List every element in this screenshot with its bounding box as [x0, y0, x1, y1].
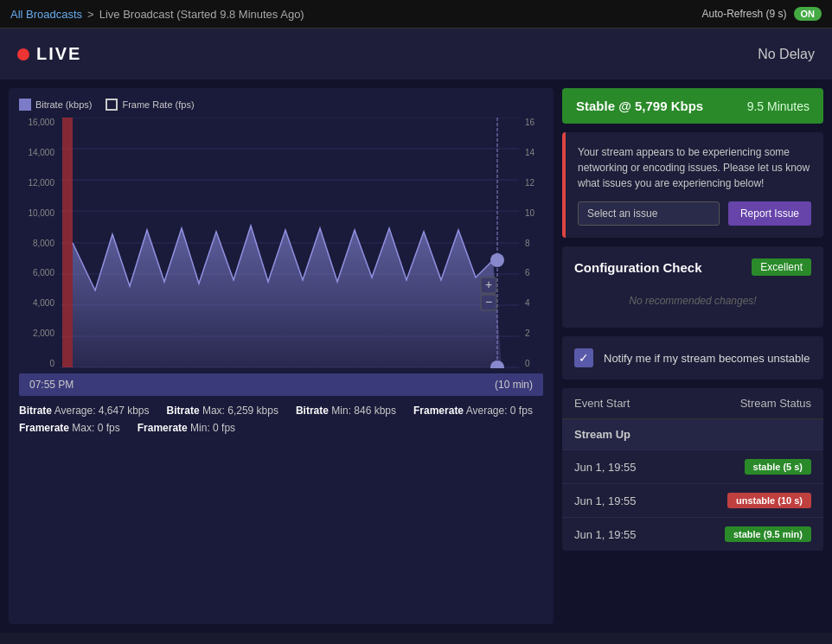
status-badge-2: unstable (10 s): [727, 493, 811, 508]
y-axis-left: 16,000 14,000 12,000 10,000 8,000 6,000 …: [19, 118, 58, 368]
stream-event-3: Jun 1, 19:55: [574, 528, 637, 541]
delay-label: No Delay: [758, 47, 815, 62]
config-header: Configuration Check Excellent: [574, 258, 811, 276]
breadcrumb-all-broadcasts[interactable]: All Broadcasts: [10, 8, 82, 21]
stream-table-status-header: Stream Status: [740, 397, 811, 410]
stable-title: Stable @ 5,799 Kbps: [576, 99, 703, 113]
top-bar: All Broadcasts > Live Broadcast (Started…: [0, 0, 832, 29]
issue-description: Your stream appears to be experiencing s…: [578, 144, 811, 191]
stat-framerate-min: Framerate Min: 0 fps: [138, 422, 235, 434]
live-label: LIVE: [36, 44, 81, 64]
right-panel: Stable @ 5,799 Kbps 9.5 Minutes Your str…: [554, 88, 823, 624]
stream-event-1: Jun 1, 19:55: [574, 461, 637, 474]
main-content: Bitrate (kbps) Frame Rate (fps) 16,000 1…: [0, 80, 832, 633]
legend-framerate: Frame Rate (fps): [106, 99, 194, 111]
bitrate-legend-icon: [19, 99, 31, 111]
breadcrumb-current: Live Broadcast (Started 9.8 Minutes Ago): [99, 8, 304, 21]
chart-time-label: 07:55 PM: [29, 379, 74, 391]
notify-checkbox[interactable]: [574, 348, 593, 367]
svg-rect-9: [62, 118, 73, 367]
svg-point-11: [490, 253, 504, 267]
auto-refresh-label: Auto-Refresh (9 s): [701, 8, 786, 20]
issue-select[interactable]: Select an issue Dropped frames Connectio…: [578, 201, 720, 226]
chart-svg: + −: [58, 118, 522, 368]
stable-time: 9.5 Minutes: [747, 99, 810, 113]
status-badge-3: stable (9.5 min): [725, 526, 811, 542]
stat-bitrate-min: Bitrate Min: 846 kbps: [296, 405, 396, 417]
bitrate-legend-label: Bitrate (kbps): [35, 99, 92, 110]
issue-card: Your stream appears to be experiencing s…: [562, 132, 823, 238]
auto-refresh-toggle[interactable]: ON: [794, 7, 822, 21]
chart-stats: Bitrate Average: 4,647 kbps Bitrate Max:…: [19, 405, 543, 434]
chart-time-bar: 07:55 PM (10 min): [19, 373, 543, 396]
stream-row-stream-up: Stream Up: [562, 419, 823, 450]
chart-inner: + −: [58, 118, 522, 368]
y-axis-right: 16 14 12 10 8 6 4 2 0: [522, 118, 543, 368]
live-dot: [17, 48, 29, 61]
breadcrumb-separator: >: [87, 8, 94, 21]
stream-row-2: Jun 1, 19:55 unstable (10 s): [562, 484, 823, 518]
config-title: Configuration Check: [574, 260, 702, 275]
legend-bitrate: Bitrate (kbps): [19, 99, 92, 111]
config-body: No recommended changes!: [574, 286, 811, 316]
config-badge: Excellent: [752, 258, 811, 276]
stream-table-event-header: Event Start: [574, 397, 630, 410]
stream-status-table: Event Start Stream Status Stream Up Jun …: [562, 388, 823, 551]
live-indicator: LIVE: [17, 44, 81, 64]
stream-row-3: Jun 1, 19:55 stable (9.5 min): [562, 518, 823, 551]
chart-duration-label: (10 min): [495, 379, 533, 391]
auto-refresh-area: Auto-Refresh (9 s) ON: [701, 7, 822, 21]
notify-label: Notify me if my stream becomes unstable: [604, 352, 810, 365]
live-bar: LIVE No Delay: [0, 29, 832, 80]
chart-legend: Bitrate (kbps) Frame Rate (fps): [19, 99, 543, 111]
svg-text:+: +: [485, 277, 492, 291]
status-badge-1: stable (5 s): [745, 459, 811, 475]
report-issue-button[interactable]: Report Issue: [728, 201, 811, 226]
stat-bitrate-avg: Bitrate Average: 4,647 kbps: [19, 405, 150, 417]
stream-table-header: Event Start Stream Status: [562, 388, 823, 419]
svg-text:−: −: [485, 295, 492, 309]
notify-card[interactable]: Notify me if my stream becomes unstable: [562, 336, 823, 379]
stream-up-label: Stream Up: [574, 428, 630, 441]
issue-actions: Select an issue Dropped frames Connectio…: [578, 201, 811, 226]
framerate-legend-icon: [106, 99, 118, 111]
stream-event-2: Jun 1, 19:55: [574, 494, 637, 507]
chart-panel: Bitrate (kbps) Frame Rate (fps) 16,000 1…: [9, 88, 554, 624]
stream-row-1: Jun 1, 19:55 stable (5 s): [562, 450, 823, 484]
breadcrumb: All Broadcasts > Live Broadcast (Started…: [10, 8, 304, 21]
config-card: Configuration Check Excellent No recomme…: [562, 246, 823, 328]
stable-card: Stable @ 5,799 Kbps 9.5 Minutes: [562, 88, 823, 124]
chart-area: 16,000 14,000 12,000 10,000 8,000 6,000 …: [19, 118, 543, 368]
framerate-legend-label: Frame Rate (fps): [122, 99, 194, 110]
stat-bitrate-max: Bitrate Max: 6,259 kbps: [167, 405, 278, 417]
stat-framerate-avg: Framerate Average: 0 fps: [413, 405, 533, 417]
stat-framerate-max: Framerate Max: 0 fps: [19, 422, 120, 434]
